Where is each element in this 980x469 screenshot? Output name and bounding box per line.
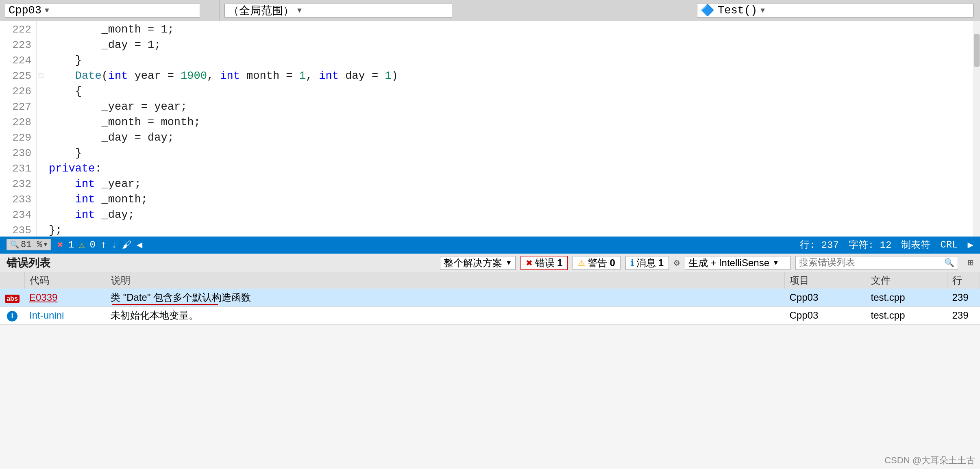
col-project-header[interactable]: 项目 [785,272,866,289]
top-bar: Cpp03 ▼ （全局范围） ▼ 🔷 Test() ▼ [0,0,980,21]
warning-count: 0 [90,239,96,250]
error-panel-controls: 整个解决方案 ▼ ✖ 错误 1 ⚠ 警告 0 ℹ 消息 1 ⚙ [440,256,973,270]
error-btn-label: 错误 [535,256,555,269]
code-line-230: } [49,145,973,161]
file-dropdown-area[interactable]: Cpp03 ▼ [0,0,220,21]
scope-dropdown-area[interactable]: （全局范围） ▼ [220,0,690,21]
code-line-222: _month = 1; [49,22,973,37]
zoom-control[interactable]: 🔍 81 % ▼ [7,239,51,250]
code-line-233: int _month; [49,192,973,207]
build-filter-dropdown[interactable]: 生成 + IntelliSense ▼ [685,256,791,270]
col-desc-header[interactable]: 说明 [106,272,785,289]
error-desc-1: 类 "Date" 包含多个默认构造函数 [106,289,785,306]
function-dropdown[interactable]: 🔷 Test() ▼ [697,4,973,17]
info-type-badge-2: i [0,306,24,324]
error-code-1: E0339 [24,289,106,306]
function-dropdown-area[interactable]: 🔷 Test() ▼ [690,0,980,21]
chevron-down-icon-scope: ▼ [297,7,302,15]
error-search-input[interactable] [799,258,944,268]
error-row-1[interactable]: abs E0339 类 "Date" 包含多个默认构造函数 Cpp03 test… [0,289,980,306]
error-table: 代码 说明 项目 文件 行 abs E0339 类 "Date" 包含多个默认构… [0,272,980,325]
solution-filter-dropdown[interactable]: 整个解决方案 ▼ [440,256,516,270]
error-icon: ✖ [57,239,63,251]
code-line-234: int _day; [49,207,973,223]
row-info: 行: 237 [800,238,839,251]
info-btn-label: 消息 [636,256,656,269]
code-line-231: private: [49,161,973,176]
paint-icon[interactable]: 🖌 [122,239,132,251]
info-btn-count: 1 [658,257,664,269]
scope-dropdown[interactable]: （全局范围） ▼ [224,4,452,17]
function-dropdown-value: Test() [718,4,757,17]
col-icon-header [0,272,24,289]
brand-text: CSDN @大耳朵土土古 [884,455,975,465]
col-code-header[interactable]: 代码 [24,272,106,289]
code-line-228: _month = month; [49,115,973,130]
chevron-down-filter: ▼ [505,259,512,267]
function-icon: 🔷 [701,4,714,17]
code-content[interactable]: _month = 1; _day = 1; } Date(int year = … [46,21,973,237]
search-icon: 🔍 [944,258,954,268]
error-count: 1 [68,239,74,250]
chevron-down-build: ▼ [773,259,779,267]
info-badge-btn: ℹ [631,258,634,268]
error-filter-btn[interactable]: ✖ 错误 1 [520,256,568,270]
code-line-224: } [49,53,973,68]
up-arrow-icon[interactable]: ↑ [100,239,106,250]
info-code-2: Int-unini [24,306,106,324]
chevron-down-zoom: ▼ [44,241,47,248]
code-line-225: Date(int year = 1900, int month = 1, int… [49,68,973,84]
right-arrow-icon[interactable]: ▶ [968,239,973,251]
info-filter-btn[interactable]: ℹ 消息 1 [625,256,669,270]
code-line-226: { [49,84,973,99]
scroll-thumb[interactable] [974,34,980,67]
file-dropdown-value: Cpp03 [9,4,41,17]
file-dropdown[interactable]: Cpp03 ▼ [5,4,200,17]
error-btn-count: 1 [557,257,562,269]
warning-badge-btn: ⚠ [578,258,585,268]
brand-watermark: CSDN @大耳朵土土古 [884,454,975,467]
warning-filter-btn[interactable]: ⚠ 警告 0 [573,256,620,270]
warning-icon: ⚠ [79,239,85,251]
code-line-235: }; [49,223,973,237]
zoom-icon: 🔍 [10,240,19,249]
error-search-box[interactable]: 🔍 [795,256,958,270]
code-line-227: _year = year; [49,99,973,115]
error-table-header: 代码 说明 项目 文件 行 [0,272,980,289]
error-project-1: Cpp03 [785,289,866,306]
solution-filter-value: 整个解决方案 [444,256,502,269]
error-panel: 错误列表 整个解决方案 ▼ ✖ 错误 1 ⚠ 警告 0 ℹ 消息 [0,253,980,469]
error-row-2[interactable]: i Int-unini 未初始化本地变量。 Cpp03 test.cpp 239 [0,306,980,324]
error-type-badge-1: abs [0,289,24,306]
filter-icon[interactable]: ⚙ [674,257,679,269]
panel-collapse-icon[interactable]: ⊞ [968,257,973,269]
error-panel-title: 错误列表 [7,256,50,270]
col-file-header[interactable]: 文件 [866,272,947,289]
error-line-1: 239 [947,289,980,306]
line-numbers: 222 223 224 225 226 227 228 229 230 231 … [0,21,37,237]
code-line-229: _day = day; [49,130,973,145]
tab-label: 制表符 [901,238,930,251]
info-desc-2: 未初始化本地变量。 [106,306,785,324]
vertical-scrollbar[interactable] [973,21,980,237]
chevron-down-icon: ▼ [45,7,49,15]
down-arrow-icon[interactable]: ↓ [111,239,117,250]
col-info: 字符: 12 [849,238,892,251]
nav-arrow-icon[interactable]: ◀ [137,239,142,251]
editor-area[interactable]: 222 223 224 225 226 227 228 229 230 231 … [0,21,980,237]
code-line-232: int _year; [49,176,973,192]
build-filter-value: 生成 + IntelliSense [688,256,769,269]
error-badge-btn: ✖ [526,258,533,268]
collapse-gutter: □ □ [37,21,46,237]
editor-status-bar: 🔍 81 % ▼ ✖ 1 ⚠ 0 ↑ ↓ 🖌 ◀ 行: 237 字符: 12 制… [0,237,980,253]
col-line-header[interactable]: 行 [947,272,980,289]
error-file-1: test.cpp [866,289,947,306]
line-ending: CRL [940,239,958,250]
warning-btn-label: 警告 [588,256,607,269]
scope-dropdown-value: （全局范围） [228,3,294,18]
info-project-2: Cpp03 [785,306,866,324]
info-line-2: 239 [947,306,980,324]
code-line-223: _day = 1; [49,37,973,53]
info-file-2: test.cpp [866,306,947,324]
chevron-down-icon-func: ▼ [760,7,765,15]
